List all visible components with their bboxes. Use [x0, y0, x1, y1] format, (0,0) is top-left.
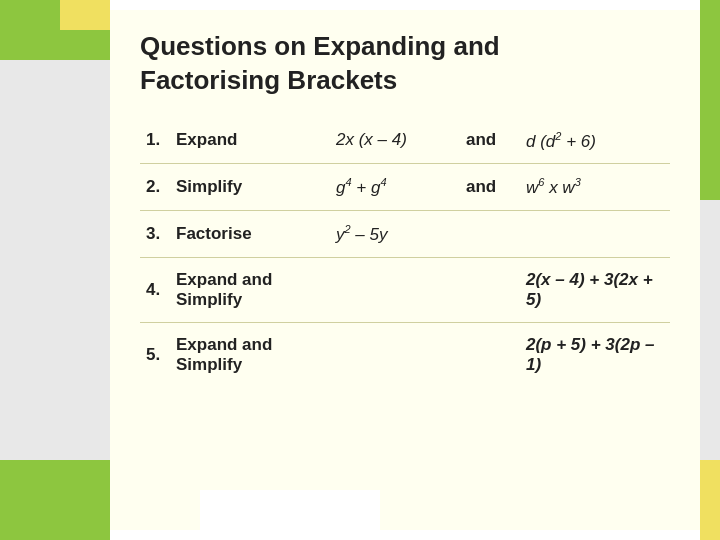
bottom-decorative-box	[200, 490, 380, 530]
deco-left-bar	[0, 0, 110, 540]
page-title: Questions on Expanding and Factorising B…	[140, 30, 670, 98]
question-connector	[460, 323, 520, 387]
question-number: 2.	[140, 164, 170, 211]
title-line2: Factorising Brackets	[140, 65, 397, 95]
question-connector	[460, 258, 520, 323]
question-expr1: y2 – 5y	[330, 211, 460, 258]
question-expr2: d (d2 + 6)	[520, 118, 670, 165]
deco-bottom-right	[700, 460, 720, 540]
table-row: 4. Expand and Simplify 2(x – 4) + 3(2x +…	[140, 258, 670, 323]
title-line1: Questions on Expanding and	[140, 31, 500, 61]
question-expr2	[520, 211, 670, 258]
question-expr2: 2(x – 4) + 3(2x + 5)	[520, 258, 670, 323]
questions-table: 1. Expand 2x (x – 4) and d (d2 + 6) 2.	[140, 118, 670, 387]
main-content-area: Questions on Expanding and Factorising B…	[110, 10, 700, 530]
question-expr1: 2x (x – 4)	[330, 118, 460, 165]
question-expr1	[330, 323, 460, 387]
question-expr1: g4 + g4	[330, 164, 460, 211]
question-label: Simplify	[170, 164, 330, 211]
question-label: Expand and Simplify	[170, 323, 330, 387]
table-row: 2. Simplify g4 + g4 and w6 x w3	[140, 164, 670, 211]
deco-bottom-left	[0, 460, 110, 540]
table-row: 5. Expand and Simplify 2(p + 5) + 3(2p –…	[140, 323, 670, 387]
question-expr1	[330, 258, 460, 323]
question-connector: and	[460, 118, 520, 165]
question-connector	[460, 211, 520, 258]
question-label: Factorise	[170, 211, 330, 258]
table-row: 1. Expand 2x (x – 4) and d (d2 + 6)	[140, 118, 670, 165]
question-number: 3.	[140, 211, 170, 258]
question-number: 4.	[140, 258, 170, 323]
deco-green-right	[700, 0, 720, 200]
question-label: Expand	[170, 118, 330, 165]
question-connector: and	[460, 164, 520, 211]
table-row: 3. Factorise y2 – 5y	[140, 211, 670, 258]
question-number: 5.	[140, 323, 170, 387]
question-label: Expand and Simplify	[170, 258, 330, 323]
question-expr2: 2(p + 5) + 3(2p – 1)	[520, 323, 670, 387]
question-number: 1.	[140, 118, 170, 165]
question-expr2: w6 x w3	[520, 164, 670, 211]
deco-yellow-top	[60, 0, 110, 30]
